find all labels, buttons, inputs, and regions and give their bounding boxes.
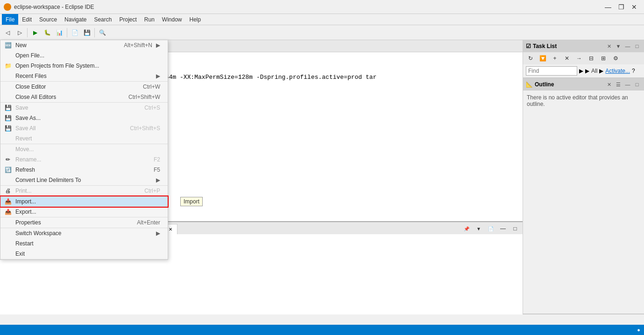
toolbar-sep-2 bbox=[67, 28, 67, 37]
toolbar-new-btn[interactable]: 📄 bbox=[69, 27, 80, 38]
window-controls: — ❐ ✕ bbox=[602, 2, 640, 12]
outline-maximize-btn[interactable]: □ bbox=[633, 80, 641, 89]
menu-item-move[interactable]: Move... bbox=[0, 144, 168, 154]
menu-section-6: 📥 Import... Import 📤 Export... bbox=[0, 196, 168, 217]
menu-source[interactable]: Source bbox=[35, 14, 61, 25]
menu-item-rename[interactable]: ✏ Rename... F2 bbox=[0, 154, 168, 165]
outline-title: Outline bbox=[535, 81, 554, 88]
outline-content: There is no active editor that provides … bbox=[523, 91, 644, 111]
panel-new-console-btn[interactable]: 📄 bbox=[485, 223, 496, 234]
export-icon: 📤 bbox=[4, 208, 12, 216]
title-bar: eclipse-workspace - Eclipse IDE — ❐ ✕ bbox=[0, 0, 644, 14]
panel-minimize-btn[interactable]: — bbox=[497, 223, 509, 234]
menu-item-new[interactable]: 🆕 New Alt+Shift+N ▶ bbox=[0, 40, 168, 50]
panel-maximize-btn[interactable]: □ bbox=[510, 223, 521, 234]
menu-help[interactable]: Help bbox=[186, 14, 205, 25]
menu-item-open-file[interactable]: Open File... bbox=[0, 50, 168, 61]
toolbar-back-btn[interactable]: ◁ bbox=[2, 27, 13, 38]
task-list-close-btn[interactable]: ✕ bbox=[605, 42, 613, 50]
outline-title-left: 📐 Outline bbox=[526, 81, 554, 88]
activate-link[interactable]: Activate... bbox=[605, 68, 630, 74]
menu-item-close-all-editors[interactable]: Close All Editors Ctrl+Shift+W bbox=[0, 92, 168, 102]
toolbar-run-btn[interactable]: ▶ bbox=[29, 27, 41, 38]
menu-section-4: Move... ✏ Rename... F2 🔃 Refresh F5 Conv… bbox=[0, 144, 168, 186]
outline-menu-btn[interactable]: ☰ bbox=[614, 80, 623, 89]
task-list-minimize-btn[interactable]: — bbox=[623, 42, 632, 50]
task-collapse-btn[interactable]: ⊟ bbox=[586, 53, 597, 64]
menu-item-exit[interactable]: Exit bbox=[0, 249, 168, 259]
task-find-input[interactable] bbox=[526, 66, 577, 76]
task-refresh-btn[interactable]: ↻ bbox=[525, 53, 536, 64]
right-panel: ☑ Task List ✕ ▼ — □ ↻ 🔽 + ✕ → ⊟ ⊞ ⚙ bbox=[523, 40, 644, 314]
task-settings-btn[interactable]: ⚙ bbox=[610, 53, 621, 64]
outline-title-bar: 📐 Outline ✕ ☰ — □ bbox=[523, 78, 644, 91]
all-label: ▶ bbox=[585, 68, 589, 74]
task-new-btn[interactable]: + bbox=[549, 53, 560, 64]
menu-item-save-all[interactable]: 💾 Save All Ctrl+Shift+S bbox=[0, 123, 168, 133]
menu-item-save-as[interactable]: 💾 Save As... bbox=[0, 113, 168, 123]
menu-item-revert[interactable]: Revert bbox=[0, 133, 168, 144]
rename-icon: ✏ bbox=[4, 156, 12, 163]
console-close-btn[interactable]: ✕ bbox=[169, 227, 172, 232]
menu-file[interactable]: File bbox=[2, 14, 18, 25]
menu-item-properties[interactable]: Properties Alt+Enter bbox=[0, 217, 168, 228]
activate-arrow: ▶ bbox=[599, 68, 603, 74]
panel-options-btn[interactable]: ▼ bbox=[473, 223, 484, 234]
toolbar: ◁ ▷ ▶ 🐛 📊 📄 💾 🔍 bbox=[0, 25, 644, 40]
task-expand-btn[interactable]: ⊞ bbox=[598, 53, 609, 64]
toolbar-save-btn[interactable]: 💾 bbox=[81, 27, 92, 38]
outline-close-btn[interactable]: ✕ bbox=[605, 80, 613, 89]
menu-item-close-editor[interactable]: Close Editor Ctrl+W bbox=[0, 82, 168, 92]
toolbar-debug-btn[interactable]: 🐛 bbox=[42, 27, 53, 38]
task-list-maximize-btn[interactable]: □ bbox=[633, 42, 641, 50]
close-button[interactable]: ✕ bbox=[628, 2, 640, 12]
menu-item-print[interactable]: 🖨 Print... Ctrl+P bbox=[0, 186, 168, 196]
outline-minimize-btn[interactable]: — bbox=[623, 80, 632, 89]
exit-icon bbox=[4, 250, 12, 258]
toolbar-sep-1 bbox=[27, 28, 28, 37]
minimize-button[interactable]: — bbox=[602, 2, 614, 12]
save-icon: 💾 bbox=[4, 104, 12, 112]
menu-item-save[interactable]: 💾 Save Ctrl+S bbox=[0, 103, 168, 113]
menu-bar: File Edit Source Navigate Search Project… bbox=[0, 14, 644, 25]
menu-window[interactable]: Window bbox=[158, 14, 186, 25]
recent-icon bbox=[4, 72, 12, 80]
activate-help: ? bbox=[632, 68, 635, 74]
menu-item-switch-workspace[interactable]: Switch Workspace ▶ bbox=[0, 228, 168, 238]
menu-project[interactable]: Project bbox=[115, 14, 140, 25]
menu-item-import[interactable]: 📥 Import... Import bbox=[0, 196, 168, 207]
maximize-button[interactable]: ❐ bbox=[615, 2, 627, 12]
eclipse-icon bbox=[4, 3, 11, 11]
menu-item-export[interactable]: 📤 Export... bbox=[0, 207, 168, 217]
all-text: All bbox=[591, 68, 597, 74]
status-indicator: ● bbox=[637, 327, 640, 333]
menu-item-recent-files[interactable]: Recent Files ▶ bbox=[0, 71, 168, 81]
properties-icon bbox=[4, 219, 12, 226]
toolbar-forward-btn[interactable]: ▷ bbox=[14, 27, 25, 38]
menu-edit[interactable]: Edit bbox=[18, 14, 35, 25]
menu-section-1: 🆕 New Alt+Shift+N ▶ Open File... 📁 Open … bbox=[0, 40, 168, 82]
menu-run[interactable]: Run bbox=[141, 14, 158, 25]
toolbar-coverage-btn[interactable]: 📊 bbox=[54, 27, 65, 38]
menu-item-refresh[interactable]: 🔃 Refresh F5 bbox=[0, 165, 168, 175]
menu-search[interactable]: Search bbox=[90, 14, 115, 25]
panel-pin-btn[interactable]: 📌 bbox=[461, 223, 472, 234]
menu-section-5: 🖨 Print... Ctrl+P bbox=[0, 186, 168, 196]
task-list-toolbar: ↻ 🔽 + ✕ → ⊟ ⊞ ⚙ bbox=[523, 52, 644, 64]
restart-icon bbox=[4, 240, 12, 247]
menu-navigate[interactable]: Navigate bbox=[61, 14, 90, 25]
menu-item-convert-line[interactable]: Convert Line Delimiters To ▶ bbox=[0, 175, 168, 185]
task-list-controls: ✕ ▼ — □ bbox=[605, 42, 641, 50]
close-all-icon bbox=[4, 93, 12, 101]
menu-item-open-projects[interactable]: 📁 Open Projects from File System... bbox=[0, 61, 168, 71]
toolbar-search-btn[interactable]: 🔍 bbox=[97, 27, 108, 38]
outline-message: There is no active editor that provides … bbox=[527, 94, 628, 107]
save-as-icon: 💾 bbox=[4, 114, 12, 122]
menu-item-restart[interactable]: Restart bbox=[0, 238, 168, 249]
task-go-btn[interactable]: → bbox=[573, 53, 585, 64]
task-list-icon: ☑ bbox=[526, 43, 531, 49]
status-bar: ● bbox=[0, 325, 644, 335]
task-list-menu-btn[interactable]: ▼ bbox=[614, 42, 623, 50]
task-delete-btn[interactable]: ✕ bbox=[561, 53, 573, 64]
task-filter-btn[interactable]: 🔽 bbox=[537, 53, 548, 64]
